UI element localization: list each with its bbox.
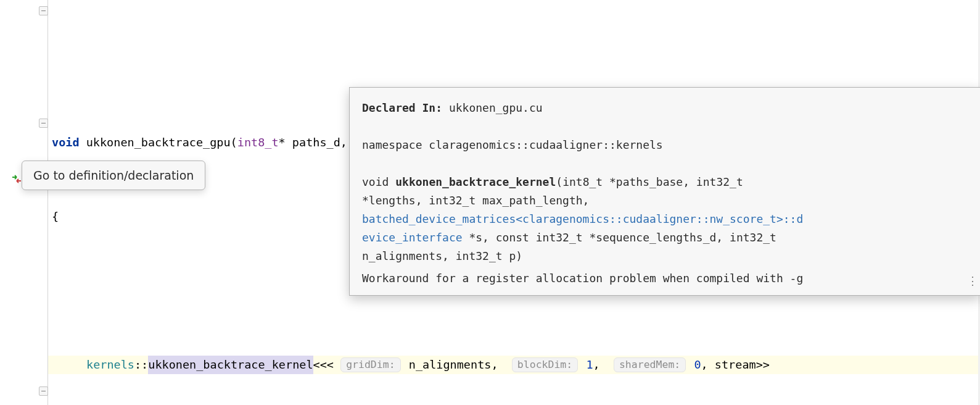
doc-declared-label: Declared In: <box>362 101 442 114</box>
goto-definition-icon[interactable] <box>12 174 22 184</box>
doc-declared-file: ukkonen_gpu.cu <box>449 101 543 114</box>
fold-handle-icon[interactable] <box>39 6 48 15</box>
more-icon[interactable]: ⋮ <box>967 272 977 290</box>
punct: , <box>593 356 600 374</box>
goto-definition-tooltip[interactable]: Go to definition/declaration <box>22 161 205 190</box>
doc-namespace: namespace claragenomics::cudaaligner::ke… <box>362 136 968 154</box>
keyword: void <box>52 133 80 152</box>
arg: 1 <box>586 356 593 374</box>
doc-sig: *s, const int32_t *sequence_lengths_d, i… <box>463 231 776 244</box>
doc-type-link[interactable]: d <box>796 212 803 225</box>
doc-return-type: void <box>362 175 389 188</box>
doc-function-name: ukkonen_backtrace_kernel <box>395 175 556 188</box>
doc-type-link[interactable]: batched_device_matrices <box>362 212 516 225</box>
inlay-hint: gridDim: <box>340 357 400 372</box>
inlay-hint: blockDim: <box>512 357 578 372</box>
doc-type-link[interactable]: <claragenomics::cudaaligner::nw_score_t>… <box>516 212 796 225</box>
doc-sig: (int8_t *paths_base, int32_t <box>556 175 743 188</box>
param: paths_d <box>292 133 340 152</box>
cuda-launch: <<< <box>313 356 334 374</box>
quick-doc-popup[interactable]: Declared In: ukkonen_gpu.cu namespace cl… <box>349 87 980 296</box>
doc-sig: n_alignments, int32_t p) <box>362 247 968 265</box>
scope-op: :: <box>134 356 148 374</box>
code-line-highlighted[interactable]: kernels::ukkonen_backtrace_kernel<<< gri… <box>48 356 980 374</box>
arg: 0 <box>694 356 701 374</box>
tooltip-text: Go to definition/declaration <box>33 169 194 182</box>
doc-description: Workaround for a register allocation pro… <box>362 269 968 288</box>
code-text: , stream>> <box>701 356 770 374</box>
inlay-hint: sharedMem: <box>614 357 686 372</box>
function-name: ukkonen_backtrace_gpu <box>86 133 231 152</box>
fold-handle-icon[interactable] <box>39 119 48 128</box>
fold-handle-icon[interactable] <box>39 386 48 396</box>
type: int8_t <box>237 133 279 152</box>
doc-type-link[interactable]: evice_interface <box>362 231 463 244</box>
namespace: kernels <box>86 356 134 374</box>
arg: n_alignments, <box>409 356 498 374</box>
selected-identifier[interactable]: ukkonen_backtrace_kernel <box>148 356 313 374</box>
brace: { <box>52 207 59 226</box>
doc-sig: *lengths, int32_t max_path_length, <box>362 191 968 210</box>
gutter <box>0 0 48 405</box>
